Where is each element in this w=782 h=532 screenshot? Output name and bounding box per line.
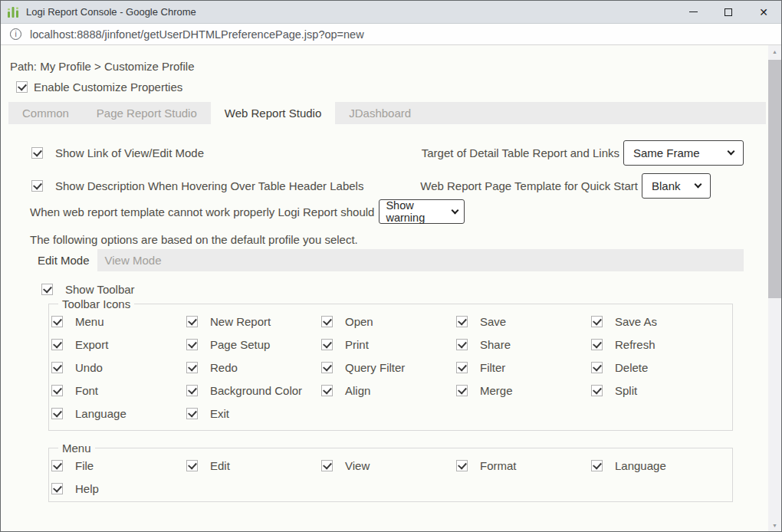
- checkbox[interactable]: [321, 316, 333, 327]
- show-link-checkbox[interactable]: Show Link of View/Edit Mode: [31, 146, 204, 159]
- checkbox-label: Share: [480, 338, 511, 351]
- toolbar-icon-item-5[interactable]: Export: [51, 338, 186, 351]
- toolbar-icon-item-18[interactable]: Merge: [456, 384, 591, 397]
- checkbox[interactable]: [186, 316, 198, 327]
- show-toolbar-checkbox[interactable]: Show Toolbar: [41, 283, 768, 296]
- minimize-button[interactable]: [675, 1, 711, 23]
- template-select[interactable]: Blank: [642, 173, 711, 199]
- toolbar-icons-grid: Menu New Report Open Save Save As Export…: [51, 315, 732, 420]
- checkbox[interactable]: [51, 339, 63, 350]
- menu-item-0[interactable]: File: [51, 459, 186, 472]
- checkbox[interactable]: [591, 385, 603, 396]
- checkbox[interactable]: [591, 339, 603, 350]
- checkbox-label: Menu: [75, 315, 104, 328]
- toolbar-icon-item-0[interactable]: Menu: [51, 315, 186, 328]
- chevron-down-icon: [695, 181, 702, 189]
- menu-item-3[interactable]: Format: [456, 459, 591, 472]
- scroll-up-icon[interactable]: ▲: [768, 45, 781, 57]
- checkbox-label: Split: [615, 384, 637, 397]
- checkbox-label: Exit: [210, 407, 229, 420]
- toolbar-icon-item-15[interactable]: Font: [51, 384, 186, 397]
- checkbox[interactable]: [321, 385, 333, 396]
- checkbox[interactable]: [186, 460, 198, 471]
- checkbox[interactable]: [51, 385, 63, 396]
- checkbox[interactable]: [591, 460, 603, 471]
- checkbox[interactable]: [321, 460, 333, 471]
- checkbox-label: Open: [345, 315, 373, 328]
- checkbox[interactable]: [591, 362, 603, 373]
- checkbox[interactable]: [31, 147, 43, 159]
- tab-common[interactable]: Common: [8, 102, 83, 124]
- toolbar-icon-item-4[interactable]: Save As: [591, 315, 726, 328]
- menu-grid: File Edit View Format Language Help: [51, 459, 732, 495]
- toolbar-icon-item-3[interactable]: Save: [456, 315, 591, 328]
- toolbar-icon-item-6[interactable]: Page Setup: [186, 338, 321, 351]
- checkbox[interactable]: [31, 180, 43, 192]
- target-label: Target of Detail Table Report and Links: [422, 146, 619, 159]
- toolbar-icon-item-17[interactable]: Align: [321, 384, 456, 397]
- toolbar-icon-item-8[interactable]: Share: [456, 338, 591, 351]
- checkbox-label: View: [345, 459, 370, 472]
- checkbox[interactable]: [51, 316, 63, 327]
- toolbar-icon-item-2[interactable]: Open: [321, 315, 456, 328]
- toolbar-icon-item-20[interactable]: Language: [51, 407, 186, 420]
- toolbar-icon-item-10[interactable]: Undo: [51, 361, 186, 374]
- checkbox[interactable]: [51, 460, 63, 471]
- checkbox-label: Format: [480, 459, 517, 472]
- toolbar-icon-item-21[interactable]: Exit: [186, 407, 321, 420]
- tab-web-report-studio[interactable]: Web Report Studio: [211, 102, 335, 124]
- checkbox[interactable]: [591, 316, 603, 327]
- checkbox[interactable]: [456, 460, 468, 471]
- tab-view-mode[interactable]: View Mode: [97, 249, 169, 271]
- select-value: Same Frame: [633, 146, 700, 159]
- mode-tab-strip: Edit Mode View Mode: [30, 249, 744, 271]
- toolbar-icon-item-13[interactable]: Filter: [456, 361, 591, 374]
- vertical-scrollbar[interactable]: ▲ ▼: [768, 45, 781, 531]
- checkbox[interactable]: [41, 284, 53, 295]
- toolbar-icon-item-9[interactable]: Refresh: [591, 338, 726, 351]
- menu-item-5[interactable]: Help: [51, 482, 186, 495]
- toolbar-icon-item-1[interactable]: New Report: [186, 315, 321, 328]
- target-select[interactable]: Same Frame: [623, 140, 744, 166]
- checkbox[interactable]: [321, 339, 333, 350]
- checkbox[interactable]: [456, 316, 468, 327]
- profile-note: The following options are based on the d…: [30, 233, 768, 246]
- close-button[interactable]: ✕: [746, 1, 781, 23]
- checkbox[interactable]: [186, 408, 198, 419]
- checkbox[interactable]: [16, 81, 28, 93]
- menu-item-2[interactable]: View: [321, 459, 456, 472]
- toolbar-icon-item-14[interactable]: Delete: [591, 361, 726, 374]
- checkbox[interactable]: [51, 483, 63, 494]
- checkbox[interactable]: [51, 362, 63, 373]
- show-description-checkbox[interactable]: Show Description When Hovering Over Tabl…: [31, 179, 363, 192]
- checkbox[interactable]: [186, 385, 198, 396]
- menu-item-4[interactable]: Language: [591, 459, 726, 472]
- scroll-down-icon[interactable]: ▼: [768, 519, 781, 531]
- checkbox[interactable]: [456, 362, 468, 373]
- checkbox[interactable]: [186, 339, 198, 350]
- tab-page-report-studio[interactable]: Page Report Studio: [83, 102, 211, 124]
- url-text[interactable]: localhost:8888/jinfonet/getUserDHTMLPref…: [30, 28, 364, 41]
- toolbar-icon-item-16[interactable]: Background Color: [186, 384, 321, 397]
- scrollbar-thumb[interactable]: [768, 60, 781, 298]
- checkbox-label: Save: [480, 315, 506, 328]
- checkbox-label: Query Filter: [345, 361, 405, 374]
- page-content: Path: My Profile > Customize Profile Ena…: [1, 45, 768, 531]
- tab-jdashboard[interactable]: JDashboard: [335, 102, 425, 124]
- toolbar-icon-item-19[interactable]: Split: [591, 384, 726, 397]
- checkbox[interactable]: [321, 362, 333, 373]
- warning-select[interactable]: Show warning: [379, 199, 465, 224]
- page-info-icon[interactable]: i: [10, 28, 21, 40]
- enable-customize-checkbox[interactable]: Enable Customize Properties: [16, 80, 768, 94]
- toolbar-icon-item-11[interactable]: Redo: [186, 361, 321, 374]
- checkbox-label: Show Description When Hovering Over Tabl…: [55, 179, 363, 192]
- maximize-button[interactable]: [711, 1, 746, 23]
- checkbox[interactable]: [456, 385, 468, 396]
- tab-edit-mode[interactable]: Edit Mode: [30, 249, 97, 271]
- menu-item-1[interactable]: Edit: [186, 459, 321, 472]
- toolbar-icon-item-7[interactable]: Print: [321, 338, 456, 351]
- checkbox[interactable]: [456, 339, 468, 350]
- checkbox[interactable]: [186, 362, 198, 373]
- toolbar-icon-item-12[interactable]: Query Filter: [321, 361, 456, 374]
- checkbox[interactable]: [51, 408, 63, 419]
